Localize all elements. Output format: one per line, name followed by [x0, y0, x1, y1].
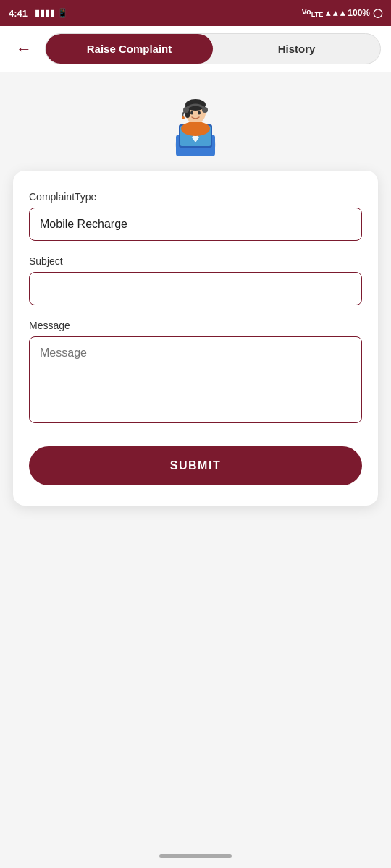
svg-point-13	[182, 116, 185, 119]
status-left: 4:41 ▮▮▮▮ 📱	[9, 8, 68, 19]
signal-icon-1: ▴	[333, 8, 337, 18]
status-bar: 4:41 ▮▮▮▮ 📱 VoLTE ▴ ▴ ▴ 100% ◯	[0, 0, 391, 26]
back-button[interactable]: ←	[10, 38, 38, 60]
complaint-type-group: ComplaintType	[29, 191, 362, 241]
battery-text: 100%	[348, 8, 370, 18]
avatar-area	[0, 72, 391, 171]
status-icons: ▮▮▮▮ 📱	[35, 8, 68, 18]
subject-group: Subject	[29, 255, 362, 305]
tab-raise-complaint[interactable]: Raise Complaint	[46, 34, 213, 64]
form-card: ComplaintType Subject Message SUBMIT	[13, 171, 378, 506]
lte-icon: VoLTE	[301, 7, 323, 18]
subject-label: Subject	[29, 255, 362, 267]
signal-icon-2: ▴	[340, 8, 345, 18]
complaint-type-input[interactable]	[29, 208, 362, 241]
tab-history[interactable]: History	[213, 34, 380, 64]
subject-input[interactable]	[29, 272, 362, 305]
message-textarea[interactable]	[29, 336, 362, 423]
svg-point-14	[181, 122, 210, 136]
svg-point-12	[202, 107, 208, 113]
status-right: VoLTE ▴ ▴ ▴ 100% ◯	[301, 7, 382, 18]
tab-group: Raise Complaint History	[45, 33, 381, 64]
submit-button[interactable]: SUBMIT	[29, 446, 362, 485]
svg-point-10	[198, 111, 201, 115]
wifi-icon: ▴	[326, 8, 330, 18]
battery-icon: ◯	[373, 8, 382, 18]
message-group: Message	[29, 320, 362, 426]
message-label: Message	[29, 320, 362, 331]
support-agent-icon	[163, 93, 228, 158]
complaint-type-label: ComplaintType	[29, 191, 362, 203]
svg-point-9	[190, 111, 193, 115]
status-time: 4:41	[9, 8, 28, 19]
bottom-home-indicator	[159, 854, 232, 858]
top-nav: ← Raise Complaint History	[0, 26, 391, 72]
